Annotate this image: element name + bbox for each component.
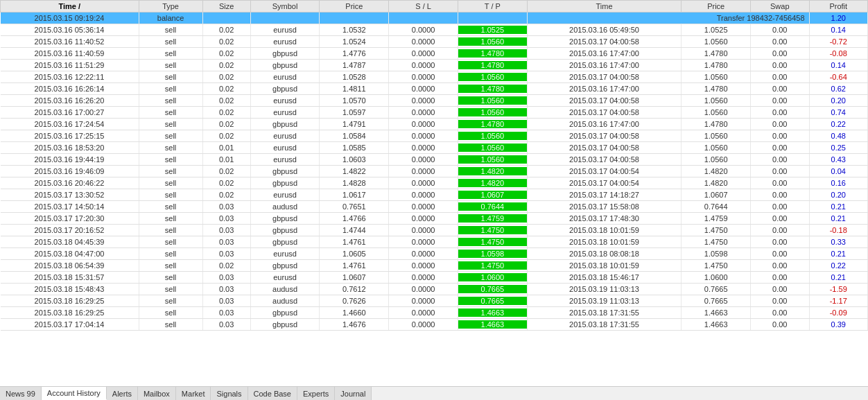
cell-symbol: eurusd bbox=[250, 71, 320, 83]
cell-symbol: eurusd bbox=[250, 107, 320, 119]
table-row[interactable]: 2015.03.17 20:16:52 sell 0.03 gbpusd 1.4… bbox=[1, 225, 868, 236]
col-header-price[interactable]: Price bbox=[320, 1, 389, 12]
cell-type: sell bbox=[139, 189, 202, 201]
cell-size: 0.02 bbox=[202, 177, 250, 189]
table-row[interactable]: 2015.03.16 11:40:52 sell 0.02 eurusd 1.0… bbox=[1, 36, 868, 48]
table-row[interactable]: 2015.03.16 16:26:20 sell 0.02 eurusd 1.0… bbox=[1, 95, 868, 107]
cell-symbol: gbpusd bbox=[250, 213, 320, 225]
cell-size: 0.03 bbox=[202, 272, 250, 284]
bottom-tab[interactable]: Signals bbox=[211, 387, 248, 400]
table-row[interactable]: 2015.03.17 17:04:14 sell 0.03 gbpusd 1.4… bbox=[1, 319, 868, 331]
table-row[interactable]: 2015.03.18 15:48:43 sell 0.03 audusd 0.7… bbox=[1, 284, 868, 295]
cell-time2: 2015.03.17 14:18:27 bbox=[527, 189, 682, 201]
cell-price: 1.4787 bbox=[320, 60, 389, 71]
cell-price2: 1.0598 bbox=[682, 248, 751, 260]
col-header-type[interactable]: Type bbox=[139, 1, 202, 12]
cell-tp: 1.0598 bbox=[458, 248, 527, 260]
cell-time1: 2015.03.16 05:36:14 bbox=[1, 24, 139, 36]
cell-tp: 1.4780 bbox=[458, 83, 527, 95]
cell-type: sell bbox=[139, 83, 202, 95]
cell-tp: 0.7665 bbox=[458, 284, 527, 295]
cell-size: 0.02 bbox=[202, 95, 250, 107]
col-header-symbol[interactable]: Symbol bbox=[250, 1, 320, 12]
cell-profit: 0.21 bbox=[809, 272, 868, 284]
table-row[interactable]: 2015.03.18 06:54:39 sell 0.02 gbpusd 1.4… bbox=[1, 260, 868, 272]
cell-profit: 0.20 bbox=[809, 95, 868, 107]
cell-tp: 1.0560 bbox=[458, 36, 527, 48]
cell-size: 0.03 bbox=[202, 201, 250, 213]
cell-symbol: eurusd bbox=[250, 272, 320, 284]
table-row[interactable]: 2015.03.18 16:29:25 sell 0.03 audusd 0.7… bbox=[1, 295, 868, 307]
cell-sl: 0.0000 bbox=[389, 166, 458, 177]
col-header-swap[interactable]: Swap bbox=[751, 1, 809, 12]
col-header-sl[interactable]: S / L bbox=[389, 1, 458, 12]
cell-swap: 0.00 bbox=[751, 307, 809, 319]
table-row[interactable]: 2015.03.18 04:45:39 sell 0.03 gbpusd 1.4… bbox=[1, 236, 868, 248]
table-row[interactable]: 2015.03.18 15:31:57 sell 0.03 eurusd 1.0… bbox=[1, 272, 868, 284]
cell-time1: 2015.03.16 19:46:09 bbox=[1, 166, 139, 177]
table-row[interactable]: 2015.03.16 11:51:29 sell 0.02 gbpusd 1.4… bbox=[1, 60, 868, 71]
cell-size: 0.02 bbox=[202, 260, 250, 272]
col-header-size[interactable]: Size bbox=[202, 1, 250, 12]
table-row[interactable]: 2015.03.16 17:00:27 sell 0.02 eurusd 1.0… bbox=[1, 107, 868, 119]
table-row[interactable]: 2015.03.15 09:19:24 balance Transfer 198… bbox=[1, 12, 868, 24]
cell-type: sell bbox=[139, 154, 202, 166]
cell-sl: 0.0000 bbox=[389, 107, 458, 119]
cell-price: 1.0585 bbox=[320, 142, 389, 154]
bottom-tab[interactable]: Alerts bbox=[107, 387, 138, 400]
table-row[interactable]: 2015.03.16 19:46:09 sell 0.02 gbpusd 1.4… bbox=[1, 166, 868, 177]
cell-time2: 2015.03.17 04:00:58 bbox=[527, 36, 682, 48]
col-header-time1[interactable]: Time / bbox=[1, 1, 139, 12]
table-row[interactable]: 2015.03.16 16:26:14 sell 0.02 gbpusd 1.4… bbox=[1, 83, 868, 95]
table-row[interactable]: 2015.03.18 04:47:00 sell 0.03 eurusd 1.0… bbox=[1, 248, 868, 260]
bottom-tab[interactable]: Market bbox=[176, 387, 211, 400]
table-row[interactable]: 2015.03.16 11:40:59 sell 0.02 gbpusd 1.4… bbox=[1, 48, 868, 60]
table-row[interactable]: 2015.03.16 19:44:19 sell 0.01 eurusd 1.0… bbox=[1, 154, 868, 166]
table-row[interactable]: 2015.03.17 14:50:14 sell 0.03 audusd 0.7… bbox=[1, 201, 868, 213]
bottom-tab[interactable]: Experts bbox=[297, 387, 335, 400]
cell-swap: 0.00 bbox=[751, 154, 809, 166]
table-row[interactable]: 2015.03.17 17:20:30 sell 0.03 gbpusd 1.4… bbox=[1, 213, 868, 225]
col-header-tp[interactable]: T / P bbox=[458, 1, 527, 12]
cell-time1: 2015.03.16 17:25:15 bbox=[1, 130, 139, 142]
bottom-tab[interactable]: Mailbox bbox=[138, 387, 176, 400]
col-header-time2[interactable]: Time bbox=[527, 1, 682, 12]
table-container[interactable]: Time / Type Size Symbol Price S / L T / … bbox=[0, 0, 868, 386]
cell-tp: 1.4759 bbox=[458, 213, 527, 225]
cell-type: sell bbox=[139, 142, 202, 154]
cell-price: 1.4811 bbox=[320, 83, 389, 95]
table-row[interactable]: 2015.03.18 16:29:25 sell 0.03 gbpusd 1.4… bbox=[1, 307, 868, 319]
cell-price: 0.7612 bbox=[320, 284, 389, 295]
table-row[interactable]: 2015.03.16 05:36:14 sell 0.02 eurusd 1.0… bbox=[1, 24, 868, 36]
table-row[interactable]: 2015.03.16 12:22:11 sell 0.02 eurusd 1.0… bbox=[1, 71, 868, 83]
cell-swap: 0.00 bbox=[751, 284, 809, 295]
cell-price: 1.0603 bbox=[320, 154, 389, 166]
table-row[interactable]: 2015.03.16 17:24:54 sell 0.02 gbpusd 1.4… bbox=[1, 119, 868, 130]
col-header-price2[interactable]: Price bbox=[682, 1, 751, 12]
cell-price2: 1.4780 bbox=[682, 48, 751, 60]
table-row[interactable]: 2015.03.16 20:46:22 sell 0.02 gbpusd 1.4… bbox=[1, 177, 868, 189]
cell-price2: 0.7665 bbox=[682, 295, 751, 307]
cell-price: 1.4822 bbox=[320, 166, 389, 177]
cell-time1: 2015.03.17 14:50:14 bbox=[1, 201, 139, 213]
table-row[interactable]: 2015.03.17 13:30:52 sell 0.02 eurusd 1.0… bbox=[1, 189, 868, 201]
col-header-profit[interactable]: Profit bbox=[809, 1, 868, 12]
cell-tp: 1.4750 bbox=[458, 260, 527, 272]
cell-swap: 0.00 bbox=[751, 107, 809, 119]
cell-type: sell bbox=[139, 272, 202, 284]
cell-price: 1.0528 bbox=[320, 71, 389, 83]
cell-size: 0.03 bbox=[202, 213, 250, 225]
cell-profit: -1.17 bbox=[809, 295, 868, 307]
table-row[interactable]: 2015.03.16 17:25:15 sell 0.02 eurusd 1.0… bbox=[1, 130, 868, 142]
cell-price: 1.4744 bbox=[320, 225, 389, 236]
bottom-tab[interactable]: Journal bbox=[335, 387, 372, 400]
bottom-tab[interactable]: News 99 bbox=[0, 387, 42, 400]
cell-time1: 2015.03.17 20:16:52 bbox=[1, 225, 139, 236]
table-row[interactable]: 2015.03.16 18:53:20 sell 0.01 eurusd 1.0… bbox=[1, 142, 868, 154]
cell-symbol: eurusd bbox=[250, 130, 320, 142]
cell-size: 0.03 bbox=[202, 284, 250, 295]
bottom-tab[interactable]: Account History bbox=[42, 387, 107, 400]
cell-symbol: eurusd bbox=[250, 154, 320, 166]
bottom-tab[interactable]: Code Base bbox=[248, 387, 297, 400]
cell-swap: 0.00 bbox=[751, 236, 809, 248]
